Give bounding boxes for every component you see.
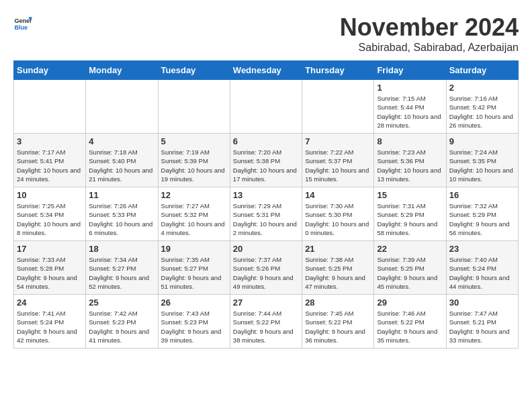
col-saturday: Saturday — [446, 61, 518, 80]
day-info: Sunrise: 7:32 AM Sunset: 5:29 PM Dayligh… — [449, 201, 515, 237]
calendar-table: Sunday Monday Tuesday Wednesday Thursday… — [13, 60, 519, 349]
day-number: 2 — [449, 83, 515, 93]
day-number: 17 — [17, 244, 83, 254]
table-row: 10Sunrise: 7:25 AM Sunset: 5:34 PM Dayli… — [14, 187, 86, 241]
col-tuesday: Tuesday — [158, 61, 230, 80]
day-info: Sunrise: 7:37 AM Sunset: 5:26 PM Dayligh… — [233, 255, 299, 291]
calendar-week-row: 24Sunrise: 7:41 AM Sunset: 5:24 PM Dayli… — [14, 295, 519, 349]
day-number: 7 — [305, 136, 371, 146]
day-info: Sunrise: 7:43 AM Sunset: 5:23 PM Dayligh… — [161, 309, 227, 345]
table-row: 13Sunrise: 7:29 AM Sunset: 5:31 PM Dayli… — [230, 187, 302, 241]
table-row: 1Sunrise: 7:15 AM Sunset: 5:44 PM Daylig… — [374, 80, 446, 134]
table-row: 25Sunrise: 7:42 AM Sunset: 5:23 PM Dayli… — [86, 295, 158, 349]
day-number: 9 — [449, 136, 515, 146]
table-row: 4Sunrise: 7:18 AM Sunset: 5:40 PM Daylig… — [86, 134, 158, 187]
table-row: 16Sunrise: 7:32 AM Sunset: 5:29 PM Dayli… — [446, 187, 518, 241]
table-row: 15Sunrise: 7:31 AM Sunset: 5:29 PM Dayli… — [374, 187, 446, 241]
day-info: Sunrise: 7:19 AM Sunset: 5:39 PM Dayligh… — [161, 148, 227, 183]
day-info: Sunrise: 7:39 AM Sunset: 5:25 PM Dayligh… — [377, 255, 443, 291]
calendar-week-row: 10Sunrise: 7:25 AM Sunset: 5:34 PM Dayli… — [14, 187, 519, 241]
day-number: 20 — [233, 244, 299, 254]
day-number: 4 — [89, 136, 154, 146]
day-number: 14 — [305, 190, 371, 200]
table-row: 28Sunrise: 7:45 AM Sunset: 5:22 PM Dayli… — [302, 295, 374, 349]
day-info: Sunrise: 7:29 AM Sunset: 5:31 PM Dayligh… — [233, 201, 299, 237]
svg-text:Blue: Blue — [14, 24, 28, 31]
day-info: Sunrise: 7:26 AM Sunset: 5:33 PM Dayligh… — [89, 201, 154, 237]
day-info: Sunrise: 7:23 AM Sunset: 5:36 PM Dayligh… — [377, 148, 443, 183]
day-info: Sunrise: 7:38 AM Sunset: 5:25 PM Dayligh… — [305, 255, 371, 291]
day-info: Sunrise: 7:27 AM Sunset: 5:32 PM Dayligh… — [161, 201, 227, 237]
table-row: 12Sunrise: 7:27 AM Sunset: 5:32 PM Dayli… — [158, 187, 230, 241]
table-row — [86, 80, 158, 134]
day-number: 18 — [89, 244, 154, 254]
day-number: 12 — [161, 190, 227, 200]
day-number: 1 — [377, 83, 443, 93]
table-row: 14Sunrise: 7:30 AM Sunset: 5:30 PM Dayli… — [302, 187, 374, 241]
day-info: Sunrise: 7:22 AM Sunset: 5:37 PM Dayligh… — [305, 148, 371, 183]
table-row: 23Sunrise: 7:40 AM Sunset: 5:24 PM Dayli… — [446, 241, 518, 295]
col-sunday: Sunday — [14, 61, 86, 80]
day-info: Sunrise: 7:44 AM Sunset: 5:22 PM Dayligh… — [233, 309, 299, 345]
col-monday: Monday — [86, 61, 158, 80]
month-title: November 2024 — [340, 13, 519, 42]
day-number: 29 — [377, 298, 443, 308]
page-header: General Blue November 2024 Sabirabad, Sa… — [13, 13, 519, 54]
day-info: Sunrise: 7:24 AM Sunset: 5:35 PM Dayligh… — [449, 148, 515, 183]
day-info: Sunrise: 7:18 AM Sunset: 5:40 PM Dayligh… — [89, 148, 154, 183]
day-info: Sunrise: 7:17 AM Sunset: 5:41 PM Dayligh… — [17, 148, 83, 183]
day-number: 11 — [89, 190, 154, 200]
logo: General Blue — [13, 13, 32, 32]
col-thursday: Thursday — [302, 61, 374, 80]
location-subtitle: Sabirabad, Sabirabad, Azerbaijan — [340, 42, 519, 54]
day-number: 25 — [89, 298, 154, 308]
day-info: Sunrise: 7:33 AM Sunset: 5:28 PM Dayligh… — [17, 255, 83, 291]
col-friday: Friday — [374, 61, 446, 80]
table-row: 30Sunrise: 7:47 AM Sunset: 5:21 PM Dayli… — [446, 295, 518, 349]
table-row: 27Sunrise: 7:44 AM Sunset: 5:22 PM Dayli… — [230, 295, 302, 349]
day-number: 10 — [17, 190, 83, 200]
table-row: 8Sunrise: 7:23 AM Sunset: 5:36 PM Daylig… — [374, 134, 446, 187]
day-number: 28 — [305, 298, 371, 308]
day-number: 30 — [449, 298, 515, 308]
table-row: 17Sunrise: 7:33 AM Sunset: 5:28 PM Dayli… — [14, 241, 86, 295]
day-info: Sunrise: 7:35 AM Sunset: 5:27 PM Dayligh… — [161, 255, 227, 291]
table-row: 29Sunrise: 7:46 AM Sunset: 5:22 PM Dayli… — [374, 295, 446, 349]
day-info: Sunrise: 7:46 AM Sunset: 5:22 PM Dayligh… — [377, 309, 443, 345]
day-info: Sunrise: 7:47 AM Sunset: 5:21 PM Dayligh… — [449, 309, 515, 345]
day-number: 19 — [161, 244, 227, 254]
table-row — [14, 80, 86, 134]
table-row: 24Sunrise: 7:41 AM Sunset: 5:24 PM Dayli… — [14, 295, 86, 349]
day-info: Sunrise: 7:40 AM Sunset: 5:24 PM Dayligh… — [449, 255, 515, 291]
col-wednesday: Wednesday — [230, 61, 302, 80]
day-info: Sunrise: 7:30 AM Sunset: 5:30 PM Dayligh… — [305, 201, 371, 237]
table-row: 19Sunrise: 7:35 AM Sunset: 5:27 PM Dayli… — [158, 241, 230, 295]
day-number: 24 — [17, 298, 83, 308]
table-row: 7Sunrise: 7:22 AM Sunset: 5:37 PM Daylig… — [302, 134, 374, 187]
table-row: 18Sunrise: 7:34 AM Sunset: 5:27 PM Dayli… — [86, 241, 158, 295]
table-row: 9Sunrise: 7:24 AM Sunset: 5:35 PM Daylig… — [446, 134, 518, 187]
table-row: 6Sunrise: 7:20 AM Sunset: 5:38 PM Daylig… — [230, 134, 302, 187]
day-number: 8 — [377, 136, 443, 146]
table-row: 21Sunrise: 7:38 AM Sunset: 5:25 PM Dayli… — [302, 241, 374, 295]
day-info: Sunrise: 7:42 AM Sunset: 5:23 PM Dayligh… — [89, 309, 154, 345]
day-number: 21 — [305, 244, 371, 254]
day-number: 23 — [449, 244, 515, 254]
calendar-header-row: Sunday Monday Tuesday Wednesday Thursday… — [14, 61, 519, 80]
table-row: 22Sunrise: 7:39 AM Sunset: 5:25 PM Dayli… — [374, 241, 446, 295]
table-row — [302, 80, 374, 134]
title-area: November 2024 Sabirabad, Sabirabad, Azer… — [340, 13, 519, 54]
day-info: Sunrise: 7:45 AM Sunset: 5:22 PM Dayligh… — [305, 309, 371, 345]
day-info: Sunrise: 7:15 AM Sunset: 5:44 PM Dayligh… — [377, 94, 443, 130]
day-number: 5 — [161, 136, 227, 146]
table-row — [158, 80, 230, 134]
table-row: 11Sunrise: 7:26 AM Sunset: 5:33 PM Dayli… — [86, 187, 158, 241]
day-number: 16 — [449, 190, 515, 200]
day-info: Sunrise: 7:16 AM Sunset: 5:42 PM Dayligh… — [449, 94, 515, 130]
table-row: 5Sunrise: 7:19 AM Sunset: 5:39 PM Daylig… — [158, 134, 230, 187]
day-info: Sunrise: 7:41 AM Sunset: 5:24 PM Dayligh… — [17, 309, 83, 345]
table-row: 26Sunrise: 7:43 AM Sunset: 5:23 PM Dayli… — [158, 295, 230, 349]
calendar-week-row: 3Sunrise: 7:17 AM Sunset: 5:41 PM Daylig… — [14, 134, 519, 187]
day-number: 22 — [377, 244, 443, 254]
table-row: 3Sunrise: 7:17 AM Sunset: 5:41 PM Daylig… — [14, 134, 86, 187]
